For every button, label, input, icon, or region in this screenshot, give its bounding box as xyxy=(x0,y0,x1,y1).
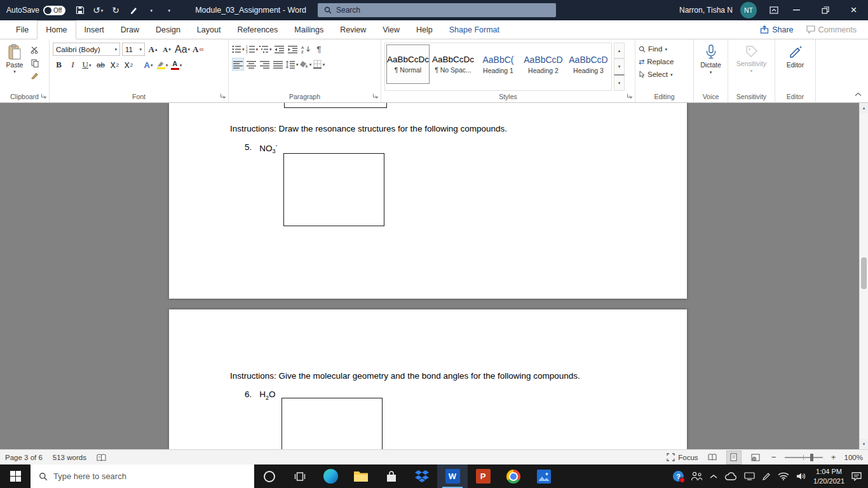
answer-box-5[interactable] xyxy=(283,153,384,226)
align-center-button[interactable] xyxy=(245,58,257,71)
taskbar-search[interactable] xyxy=(31,464,254,488)
align-left-button[interactable] xyxy=(232,58,244,71)
web-layout-button[interactable] xyxy=(748,451,763,464)
tab-view[interactable]: View xyxy=(374,20,408,39)
format-painter-button[interactable] xyxy=(29,71,41,81)
justify-button[interactable] xyxy=(272,58,284,71)
undo-button[interactable]: ↺▾ xyxy=(90,2,106,18)
tab-draw[interactable]: Draw xyxy=(112,20,147,39)
borders-button[interactable]: ▾ xyxy=(313,58,325,71)
share-button[interactable]: Share xyxy=(760,25,793,34)
tab-review[interactable]: Review xyxy=(332,20,374,39)
comments-button[interactable]: Comments xyxy=(806,25,857,34)
answer-box-6[interactable] xyxy=(281,398,383,449)
strikethrough-button[interactable]: ab xyxy=(95,58,107,71)
font-color-button[interactable]: A ▾ xyxy=(170,58,182,71)
format-painter-quick-button[interactable] xyxy=(125,2,142,18)
tray-expand-button[interactable] xyxy=(710,474,717,479)
proofing-status-button[interactable] xyxy=(97,454,106,461)
increase-indent-button[interactable] xyxy=(287,43,299,55)
pen-button[interactable] xyxy=(762,472,771,481)
superscript-button[interactable]: x2 xyxy=(123,58,135,71)
volume-button[interactable] xyxy=(796,472,806,480)
taskbar-search-input[interactable] xyxy=(53,471,231,481)
styles-dialog-launcher[interactable] xyxy=(627,92,632,100)
subscript-button[interactable]: x2 xyxy=(109,58,121,71)
zoom-in-button[interactable]: + xyxy=(829,452,838,462)
help-badge-icon[interactable]: ? xyxy=(673,471,684,482)
document-page-2[interactable]: Instructions: Give the molecular geometr… xyxy=(169,309,687,449)
quick-command-dropdown[interactable]: ▾ xyxy=(143,2,159,18)
tab-references[interactable]: References xyxy=(229,20,286,39)
style-normal[interactable]: AaBbCcDc ¶ Normal xyxy=(386,44,430,84)
tab-shape-format[interactable]: Shape Format xyxy=(441,20,508,39)
photos-button[interactable] xyxy=(529,464,559,488)
tab-mailings[interactable]: Mailings xyxy=(286,20,332,39)
zoom-out-button[interactable]: − xyxy=(770,452,778,462)
ribbon-display-options-button[interactable] xyxy=(766,2,782,18)
search-input[interactable] xyxy=(336,6,527,15)
find-button[interactable]: Find ▾ xyxy=(639,43,690,55)
document-canvas[interactable]: Instructions: Draw the resonance structu… xyxy=(0,103,868,449)
styles-scroll-up-button[interactable]: ▴ xyxy=(614,43,625,58)
style-heading-3[interactable]: AaBbCcD Heading 3 xyxy=(567,44,610,84)
copy-button[interactable] xyxy=(29,58,41,68)
styles-gallery-expand-button[interactable]: ▾ xyxy=(614,74,625,91)
avatar[interactable]: NT xyxy=(740,2,757,18)
tab-insert[interactable]: Insert xyxy=(76,20,112,39)
highlight-button[interactable]: ▾ xyxy=(156,58,168,71)
edge-button[interactable] xyxy=(315,464,346,488)
text-effects-button[interactable]: A▾ xyxy=(142,58,154,71)
style-heading-1[interactable]: AaBbC( Heading 1 xyxy=(477,44,520,84)
styles-scroll-down-button[interactable]: ▾ xyxy=(614,58,625,74)
font-name-combo[interactable]: Calibri (Body)▾ xyxy=(53,43,120,56)
decrease-indent-button[interactable] xyxy=(273,43,285,55)
autosave-toggle[interactable]: AutoSave Off xyxy=(6,6,65,15)
zoom-slider-thumb[interactable] xyxy=(810,454,813,461)
start-button[interactable] xyxy=(0,464,31,488)
document-page-1[interactable]: Instructions: Draw the resonance structu… xyxy=(169,103,687,299)
chrome-button[interactable] xyxy=(498,464,529,488)
shading-button[interactable]: ▾ xyxy=(300,58,312,71)
display-button[interactable] xyxy=(744,472,755,480)
close-button[interactable]: × xyxy=(839,0,868,20)
show-hide-marks-button[interactable]: ¶ xyxy=(313,43,325,55)
tab-file[interactable]: File xyxy=(8,20,37,39)
clear-formatting-button[interactable]: A xyxy=(192,43,204,56)
onedrive-button[interactable] xyxy=(724,472,737,480)
people-button[interactable] xyxy=(691,471,703,481)
style-no-spacing[interactable]: AaBbCcDc ¶ No Spac... xyxy=(431,44,475,84)
zoom-slider[interactable] xyxy=(785,457,823,458)
font-size-combo[interactable]: 11▾ xyxy=(122,43,145,56)
tab-home[interactable]: Home xyxy=(37,20,76,39)
dictate-button[interactable]: Dictate ▾ xyxy=(697,43,724,74)
clipboard-dialog-launcher[interactable] xyxy=(41,92,46,100)
replace-button[interactable]: ⇄ Replace xyxy=(639,55,690,68)
tab-layout[interactable]: Layout xyxy=(189,20,229,39)
numbering-button[interactable]: 123▾ xyxy=(246,43,259,55)
align-right-button[interactable] xyxy=(259,58,271,71)
sort-button[interactable]: AZ xyxy=(300,43,312,55)
multilevel-list-button[interactable]: ▾ xyxy=(259,43,272,55)
page-indicator[interactable]: Page 3 of 6 xyxy=(5,454,43,461)
sensitivity-button[interactable]: Sensitivity ▾ xyxy=(731,43,771,73)
task-view-button[interactable] xyxy=(285,464,315,488)
store-button[interactable] xyxy=(376,464,407,488)
powerpoint-taskbar-button[interactable]: P xyxy=(468,464,498,488)
customize-qat-button[interactable]: ▾ xyxy=(161,2,177,18)
minimize-button[interactable] xyxy=(782,0,811,20)
paste-button[interactable]: Paste ▾ xyxy=(3,43,26,91)
redo-button[interactable]: ↻ xyxy=(107,2,124,18)
underline-button[interactable]: U▾ xyxy=(81,58,93,71)
zoom-level[interactable]: 100% xyxy=(844,454,863,461)
italic-button[interactable]: I xyxy=(67,58,79,71)
tab-design[interactable]: Design xyxy=(147,20,189,39)
file-explorer-button[interactable] xyxy=(346,464,376,488)
scroll-up-button[interactable]: ▴ xyxy=(860,103,868,113)
paragraph-dialog-launcher[interactable] xyxy=(372,92,378,100)
titlebar-search[interactable] xyxy=(318,3,556,17)
answer-box-partial[interactable] xyxy=(284,103,387,108)
change-case-button[interactable]: Aa▾ xyxy=(175,43,190,56)
dropbox-button[interactable] xyxy=(407,464,437,488)
select-button[interactable]: Select ▾ xyxy=(639,68,690,81)
